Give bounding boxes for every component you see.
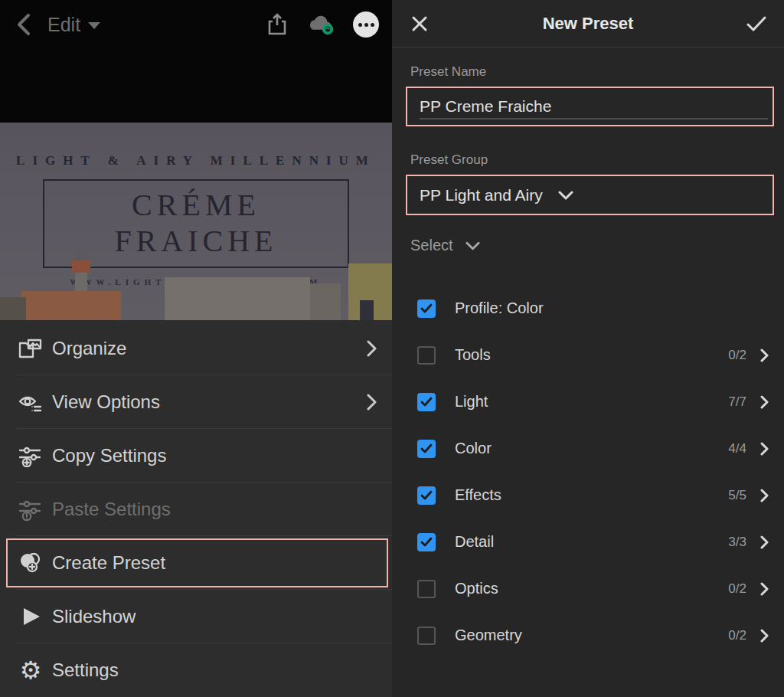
chevron-right-icon[interactable] [760,442,769,456]
checkbox-unchecked[interactable] [417,580,436,598]
setting-count: 4/4 [728,441,746,456]
menu-item-label: Copy Settings [52,445,166,466]
input-underline [420,118,768,119]
setting-label: Geometry [455,627,522,644]
checkbox-unchecked[interactable] [417,627,436,645]
photo-subtitle: LIGHT & AIRY MILLENNIUM [0,153,392,169]
share-button[interactable] [262,9,292,40]
checkbox-checked[interactable] [417,486,436,505]
setting-row-profile-color[interactable]: Profile: Color [392,285,784,332]
more-button[interactable] [351,9,381,40]
preset-group-dropdown[interactable]: PP Light and Airy [406,175,774,215]
checkbox-checked[interactable] [417,299,436,318]
photo-title: CRÉME FRAICHE [44,187,348,259]
organize-icon [15,335,46,362]
menu-item-label: Settings [52,659,119,681]
setting-row-tools[interactable]: Tools0/2 [392,332,784,378]
menu-item-label: View Options [52,391,160,413]
create-preset-icon [15,550,46,576]
setting-count: 7/7 [728,394,746,410]
setting-count: 5/5 [728,488,746,503]
menu-item-copy-settings[interactable]: Copy Settings [0,429,392,483]
menu-item-create-preset[interactable]: Create Preset [0,536,392,590]
close-button[interactable] [407,11,432,36]
panel-title: New Preset [432,14,744,34]
top-toolbar: Edit [0,0,392,123]
setting-count: 0/2 [728,348,746,363]
chevron-right-icon[interactable] [760,395,769,409]
paste-settings-icon [15,496,46,522]
select-label: Select [410,237,453,254]
setting-label: Effects [455,486,501,504]
photo-title-frame: CRÉME FRAICHE [43,179,349,268]
chevron-right-icon[interactable] [760,348,769,362]
menu-item-paste-settings: Paste Settings [0,483,392,536]
setting-count: 0/2 [728,581,746,597]
menu-item-label: Organize [52,338,126,359]
chevron-right-icon[interactable] [760,535,769,549]
back-icon [15,13,32,36]
copy-settings-icon [15,443,46,469]
slideshow-icon [15,604,46,630]
chevron-down-icon [88,22,100,29]
preset-cover-photo: LIGHT & AIRY MILLENNIUM CRÉME FRAICHE WW… [0,123,392,320]
lightroom-app: Edit [0,0,784,697]
venice-skyline [0,259,392,320]
cloud-sync-icon [307,13,336,36]
checkmark-icon [746,15,766,32]
setting-row-optics[interactable]: Optics0/2 [392,565,784,612]
setting-label: Color [455,440,492,457]
settings-list: Profile: ColorTools0/2 Light7/7 Color4/4… [392,285,784,659]
setting-row-effects[interactable]: Effects5/5 [392,472,784,519]
menu-item-label: Paste Settings [52,499,171,520]
panel-header: New Preset [392,0,784,47]
edit-label: Edit [47,14,80,36]
preset-group-value: PP Light and Airy [420,186,543,205]
setting-row-detail[interactable]: Detail3/3 [392,519,784,565]
more-icon [353,11,379,38]
chevron-down-icon [466,241,480,250]
chevron-right-icon[interactable] [760,582,769,596]
checkbox-unchecked[interactable] [417,346,436,365]
chevron-right-icon [367,394,377,411]
menu-item-settings[interactable]: ⚙ Settings [0,643,392,697]
menu-item-label: Slideshow [52,606,136,627]
setting-row-light[interactable]: Light7/7 [392,378,784,425]
confirm-button[interactable] [744,11,769,36]
chevron-right-icon[interactable] [760,629,769,643]
preset-name-label: Preset Name [410,64,784,80]
setting-label: Profile: Color [455,299,544,317]
checkbox-checked[interactable] [417,440,436,458]
cloud-sync-button[interactable] [306,9,337,40]
share-icon [266,13,288,36]
preset-name-field[interactable]: PP Creme Fraiche [406,87,774,126]
menu-item-view-options[interactable]: View Options [0,375,392,429]
chevron-right-icon [367,340,377,357]
setting-label: Tools [455,346,491,364]
close-icon [411,15,428,32]
settings-gear-icon: ⚙ [15,657,46,683]
menu-item-organize[interactable]: Organize [0,322,392,375]
back-button[interactable] [11,11,37,38]
preset-group-label: Preset Group [410,152,784,168]
setting-count: 0/2 [728,628,746,643]
checkbox-checked[interactable] [417,533,436,551]
menu-item-label: Create Preset [52,552,165,574]
chevron-right-icon[interactable] [760,489,769,502]
setting-row-color[interactable]: Color4/4 [392,425,784,472]
edit-dropdown[interactable]: Edit [47,14,100,36]
new-preset-panel: New Preset Preset Name PP Creme Fraiche … [392,0,784,697]
select-dropdown[interactable]: Select [410,237,784,254]
context-menu: Organize View Options Copy Settings Past… [0,320,392,697]
setting-row-geometry[interactable]: Geometry0/2 [392,612,784,659]
setting-label: Optics [455,580,498,597]
preset-name-value: PP Creme Fraiche [420,97,551,116]
view-options-icon [15,389,46,415]
left-pane: Edit [0,0,392,697]
setting-count: 3/3 [728,535,746,550]
checkbox-checked[interactable] [417,393,436,411]
menu-item-slideshow[interactable]: Slideshow [0,590,392,643]
setting-label: Light [455,393,488,411]
setting-label: Detail [455,533,494,551]
chevron-down-icon [558,191,573,200]
